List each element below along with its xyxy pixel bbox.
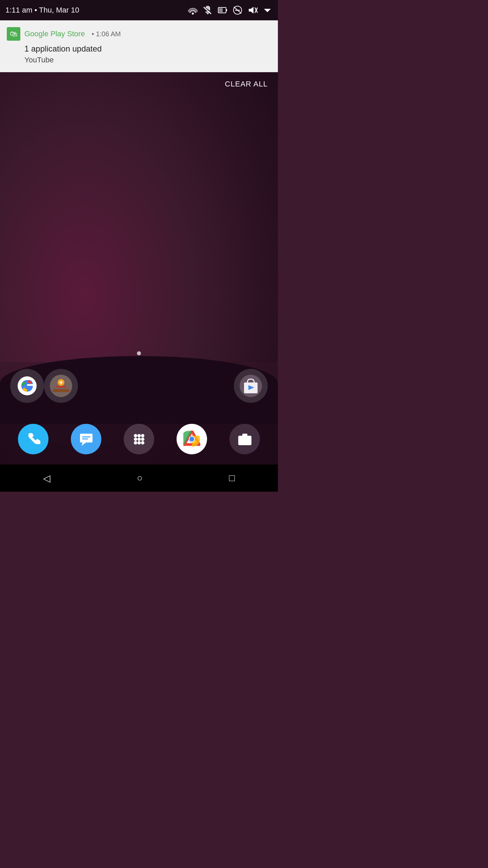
main-area [0,96,278,362]
svg-point-23 [137,434,141,437]
notification-title: 1 application updated [7,44,271,54]
svg-marker-19 [81,442,86,446]
screen: 1:11 am • Thu, Mar 10 [0,0,278,492]
svg-rect-6 [235,10,240,11]
svg-rect-38 [242,434,247,436]
status-left: 1:11 am • Thu, Mar 10 [5,6,79,15]
notification-subtitle: YouTube [7,56,271,64]
chrome-dock-icon[interactable] [177,424,207,454]
svg-point-37 [243,439,246,442]
wifi-icon [188,5,198,15]
clear-all-button[interactable]: CLEAR ALL [225,80,268,88]
svg-point-13 [60,381,62,384]
nav-bar: ◁ ○ □ [0,465,278,492]
svg-rect-12 [56,386,66,388]
notification-card[interactable]: 🛍 Google Play Store • 1:06 AM 1 applicat… [0,20,278,72]
expand-icon[interactable] [262,5,272,15]
apps-dock-icon[interactable] [124,424,154,454]
status-time: 1:11 am • Thu, Mar 10 [5,6,79,15]
svg-rect-3 [219,8,223,12]
page-dot [137,351,141,355]
svg-point-27 [141,437,144,441]
bottom-dock [0,418,278,465]
svg-point-24 [141,434,144,437]
play-app-icon [44,369,78,403]
svg-rect-2 [226,9,227,11]
svg-point-34 [189,437,194,441]
svg-rect-14 [53,389,69,392]
battery-icon [218,5,228,15]
svg-rect-20 [82,436,90,437]
svg-point-30 [141,441,144,445]
camera-dock-icon[interactable] [229,424,260,454]
svg-rect-21 [82,438,88,439]
home-button[interactable]: ○ [137,473,143,484]
svg-point-29 [137,441,141,445]
playstore-app-icon [234,369,268,403]
back-button[interactable]: ◁ [43,473,50,484]
notification-app-icon: 🛍 [7,27,20,41]
svg-rect-18 [80,434,93,442]
dnd-icon [232,5,243,15]
volume-off-icon [247,5,258,15]
status-icons [188,5,272,15]
svg-point-22 [134,434,137,437]
notification-time: • 1:06 AM [92,30,121,38]
notification-app-name: Google Play Store [24,29,85,38]
svg-point-25 [134,437,137,441]
google-app-icon [10,369,44,403]
notification-header: 🛍 Google Play Store • 1:06 AM [7,27,271,41]
phone-dock-icon[interactable] [18,424,48,454]
notification-muted-icon [203,5,213,15]
svg-point-26 [137,437,141,441]
svg-point-0 [192,13,194,15]
svg-point-39 [248,436,250,438]
recents-button[interactable]: □ [229,473,235,484]
status-bar: 1:11 am • Thu, Mar 10 [0,0,278,20]
clear-all-bar: CLEAR ALL [0,72,278,96]
svg-point-28 [134,441,137,445]
messages-dock-icon[interactable] [71,424,101,454]
